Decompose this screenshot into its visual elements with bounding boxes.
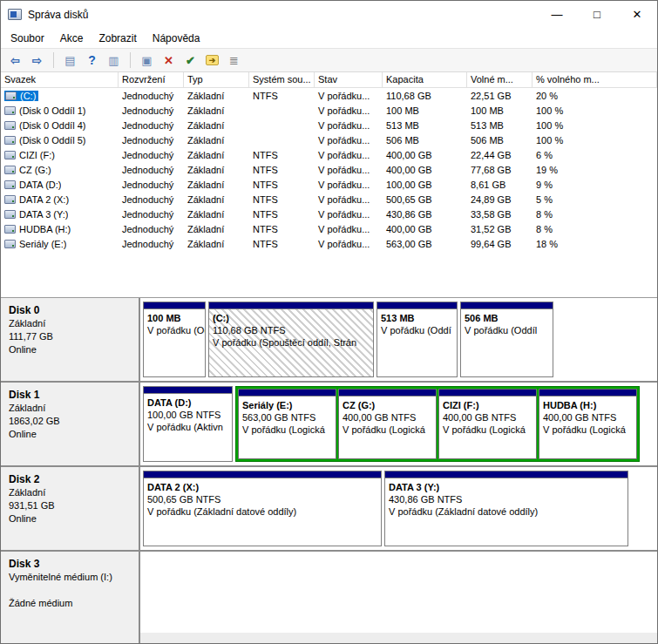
menu-zobrazit[interactable]: Zobrazit	[91, 30, 144, 47]
volume-filesystem: NTFS	[249, 239, 315, 249]
table-row[interactable]: Seriály (E:) Jednoduchý Základní NTFS V …	[1, 236, 657, 251]
partition-c[interactable]: (C:) 110,68 GB NTFS V pořádku (Spouštěcí…	[208, 302, 374, 377]
volume-capacity: 100 MB	[383, 105, 467, 116]
primary-partition-color-bar	[144, 471, 381, 478]
column-header-stav[interactable]: Stav	[315, 72, 383, 87]
menu-akce[interactable]: Akce	[52, 30, 92, 47]
toolbar-separator	[53, 52, 54, 68]
table-row[interactable]: (Disk 0 Oddíl 5) Jednoduchý Základní V p…	[1, 132, 657, 147]
disk-row-2: Disk 2 Základní 931,51 GB Online DATA 2 …	[1, 467, 657, 552]
volume-icon	[4, 106, 16, 115]
column-header-rozvrzeni[interactable]: Rozvržení	[119, 72, 184, 87]
volume-name: Seriály (E:)	[19, 239, 66, 249]
disk-status: Online	[9, 428, 131, 441]
primary-partition-color-bar	[385, 471, 627, 478]
table-row[interactable]: HUDBA (H:) Jednoduchý Základní NTFS V po…	[1, 221, 657, 236]
partition-recovery-513mb[interactable]: 513 MB V pořádku (Oddí	[376, 302, 458, 377]
column-header-typ[interactable]: Typ	[184, 72, 249, 87]
column-header-volne-misto[interactable]: Volné m...	[467, 72, 533, 87]
minimize-button[interactable]: —	[537, 1, 577, 28]
disk-0-info[interactable]: Disk 0 Základní 111,77 GB Online	[1, 298, 140, 381]
volume-capacity: 506 MB	[383, 135, 467, 146]
volume-status: V pořádku...	[315, 150, 383, 160]
partition-label: (C:)	[213, 312, 370, 324]
disk-1-info[interactable]: Disk 1 Základní 1863,02 GB Online	[1, 383, 140, 465]
help-icon[interactable]: ?	[82, 51, 102, 70]
volume-name: DATA 3 (Y:)	[19, 209, 68, 220]
column-header-kapacita[interactable]: Kapacita	[383, 72, 467, 87]
table-row[interactable]: DATA (D:) Jednoduchý Základní NTFS V poř…	[1, 177, 657, 192]
delete-volume-icon[interactable]: ✕	[159, 51, 179, 70]
back-icon[interactable]: ⇦	[5, 51, 25, 70]
partition-cizi-f[interactable]: CIZI (F:) 400,00 GB NTFS V pořádku (Logi…	[438, 389, 537, 459]
partition-label: DATA 3 (Y:)	[389, 481, 624, 493]
partition-cz-g[interactable]: CZ (G:) 400,00 GB NTFS V pořádku (Logick…	[338, 389, 437, 459]
table-row[interactable]: DATA 2 (X:) Jednoduchý Základní NTFS V p…	[1, 192, 657, 207]
explore-folder-icon[interactable]: ➔	[202, 51, 222, 70]
volume-status: V pořádku...	[315, 209, 383, 220]
window-title: Správa disků	[28, 9, 88, 21]
close-button[interactable]: ✕	[617, 1, 657, 28]
disk-1-partitions: DATA (D:) 100,00 GB NTFS V pořádku (Akti…	[140, 383, 657, 465]
volume-name: (C:)	[20, 91, 36, 101]
volume-layout: Jednoduchý	[119, 150, 184, 160]
partition-data-d[interactable]: DATA (D:) 100,00 GB NTFS V pořádku (Akti…	[143, 386, 233, 462]
volume-capacity: 400,00 GB	[383, 150, 467, 160]
menu-napoveda[interactable]: Nápověda	[145, 30, 208, 47]
partition-data3-y[interactable]: DATA 3 (Y:) 430,86 GB NTFS V pořádku (Zá…	[384, 471, 628, 546]
volume-free-pct: 19 %	[533, 165, 657, 175]
forward-icon[interactable]: ⇨	[27, 51, 47, 70]
disk-type: Vyměnitelné médium (I:)	[9, 571, 131, 584]
partition-recovery-506mb[interactable]: 506 MB V pořádku (Oddíl	[460, 302, 553, 377]
partition-label: HUDBA (H:)	[543, 399, 633, 411]
volume-layout: Jednoduchý	[119, 180, 184, 190]
partition-size: 110,68 GB NTFS	[213, 324, 370, 336]
volume-free: 24,89 GB	[467, 194, 533, 205]
volume-name: (Disk 0 Oddíl 4)	[19, 120, 85, 131]
volume-filesystem: NTFS	[249, 150, 315, 160]
properties-icon[interactable]: ▣	[137, 51, 157, 70]
partition-data2-x[interactable]: DATA 2 (X:) 500,65 GB NTFS V pořádku (Zá…	[143, 471, 382, 546]
disk-status: Online	[9, 343, 131, 356]
table-row[interactable]: CZ (G:) Jednoduchý Základní NTFS V pořád…	[1, 162, 657, 177]
disk-status: Žádné médium	[9, 597, 131, 610]
legend-strip-right	[140, 633, 657, 643]
column-header-svazek[interactable]: Svazek	[1, 72, 119, 87]
menu-soubor[interactable]: Soubor	[3, 30, 52, 47]
disk-3-info[interactable]: Disk 3 Vyměnitelné médium (I:) Žádné méd…	[1, 552, 140, 633]
primary-partition-color-bar	[377, 302, 457, 309]
volume-icon	[4, 136, 16, 145]
partition-status: V pořádku (Spouštěcí oddíl, Strán	[213, 336, 370, 349]
mark-active-icon[interactable]: ✔	[180, 51, 200, 70]
titlebar: Správa disků — □ ✕	[1, 1, 657, 28]
volume-free: 31,52 GB	[467, 224, 533, 234]
column-header-procento-volneho[interactable]: % volného m...	[533, 72, 657, 87]
list-icon[interactable]: ≣	[224, 51, 244, 70]
volume-capacity: 400,00 GB	[383, 224, 467, 234]
partition-hudba-h[interactable]: HUDBA (H:) 400,00 GB NTFS V pořádku (Log…	[539, 389, 637, 459]
volume-name: (Disk 0 Oddíl 1)	[19, 105, 85, 116]
partition-system-100mb[interactable]: 100 MB V pořádku (Oddí	[143, 302, 206, 377]
show-console-tree-icon[interactable]: ▤	[60, 51, 80, 70]
table-row[interactable]: CIZI (F:) Jednoduchý Základní NTFS V poř…	[1, 147, 657, 162]
disk-2-info[interactable]: Disk 2 Základní 931,51 GB Online	[1, 467, 140, 550]
volume-filesystem: NTFS	[249, 209, 315, 220]
table-row[interactable]: (Disk 0 Oddíl 1) Jednoduchý Základní V p…	[1, 103, 657, 118]
toolbar: ⇦ ⇨ ▤ ? ▥ ▣ ✕ ✔ ➔ ≣	[1, 48, 657, 72]
volume-status: V pořádku...	[315, 165, 383, 175]
partition-size: 430,86 GB NTFS	[389, 493, 624, 505]
volume-type: Základní	[184, 180, 249, 190]
table-row[interactable]: (C:) Jednoduchý Základní NTFS V pořádku.…	[1, 88, 657, 103]
table-row[interactable]: (Disk 0 Oddíl 4) Jednoduchý Základní V p…	[1, 118, 657, 132]
table-row[interactable]: DATA 3 (Y:) Jednoduchý Základní NTFS V p…	[1, 207, 657, 221]
primary-partition-color-bar	[144, 387, 232, 394]
column-header-system-souboru[interactable]: Systém sou...	[249, 72, 315, 87]
volume-layout: Jednoduchý	[119, 224, 184, 234]
window-controls: — □ ✕	[537, 1, 657, 28]
partition-serialy-e[interactable]: Seriály (E:) 563,00 GB NTFS V pořádku (L…	[238, 389, 336, 459]
volume-filesystem: NTFS	[249, 165, 315, 175]
show-action-pane-icon[interactable]: ▥	[104, 51, 124, 70]
maximize-button[interactable]: □	[577, 1, 617, 28]
partition-size: 400,00 GB NTFS	[543, 411, 633, 424]
volume-type: Základní	[184, 194, 249, 205]
